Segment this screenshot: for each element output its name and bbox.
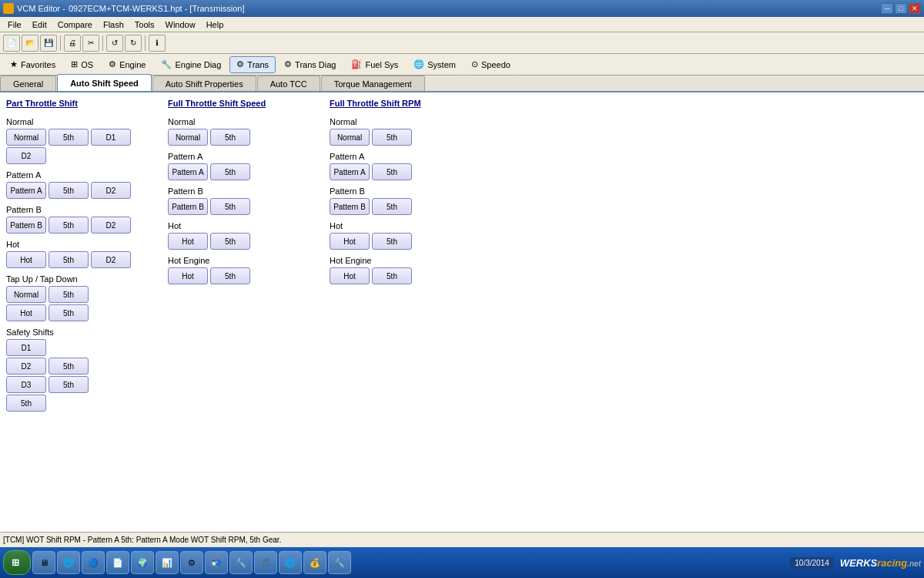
taskbar-btn-10[interactable]: 🎵 <box>254 551 277 574</box>
taskbar-btn-12[interactable]: 💰 <box>303 551 326 574</box>
col3-normal-btn[interactable]: Normal <box>330 129 370 146</box>
col1-normal-5th[interactable]: 5th <box>49 129 89 146</box>
col1-normal-d1[interactable]: D1 <box>91 129 131 146</box>
col1-tapup-normal[interactable]: Normal <box>6 286 46 303</box>
taskbar-btn-7[interactable]: ⚙ <box>180 551 203 574</box>
col1-hot-btn[interactable]: Hot <box>6 251 46 268</box>
taskbar-btn-4[interactable]: 📄 <box>106 551 129 574</box>
taskbar-btn-6[interactable]: 📊 <box>156 551 179 574</box>
col2-hot-5th[interactable]: 5th <box>210 233 250 250</box>
col2-patternb-5th[interactable]: 5th <box>210 198 250 215</box>
taskbar-btn-5[interactable]: 🌍 <box>131 551 154 574</box>
menu-item-tools[interactable]: Tools <box>130 19 159 30</box>
nav-engine-diag[interactable]: 🔧Engine Diag <box>154 56 228 73</box>
nav-icon-fuel-sys: ⛽ <box>351 59 362 69</box>
document-title: 0927ECM+TCM-WERKS1.hpt - [Transmission] <box>69 4 245 13</box>
col1-normal-btn[interactable]: Normal <box>6 129 46 146</box>
title-bar: VCM Editor - 0927ECM+TCM-WERKS1.hpt - [T… <box>0 0 924 17</box>
taskbar-btn-13[interactable]: 🔧 <box>328 551 351 574</box>
col1-patterna-btn[interactable]: Pattern A <box>6 182 46 199</box>
col2-normal-5th[interactable]: 5th <box>210 129 250 146</box>
menu-item-compare[interactable]: Compare <box>53 19 97 30</box>
taskbar-btn-2[interactable]: 🌐 <box>57 551 80 574</box>
col2-patterna-5th[interactable]: 5th <box>210 163 250 180</box>
col1-patterna-5th[interactable]: 5th <box>49 182 89 199</box>
nav-trans[interactable]: ⚙Trans <box>229 56 276 73</box>
start-button[interactable]: ⊞ <box>3 550 31 575</box>
minimize-button[interactable]: ─ <box>881 3 893 14</box>
taskbar-btn-11[interactable]: 🌐 <box>279 551 302 574</box>
col3-hot-5th[interactable]: 5th <box>372 233 412 250</box>
menu-item-edit[interactable]: Edit <box>28 19 52 30</box>
col3-hot-btn[interactable]: Hot <box>330 233 370 250</box>
nav-engine[interactable]: ⚙Engine <box>102 56 152 73</box>
nav-speedo[interactable]: ⊙Speedo <box>464 56 517 73</box>
cut-button[interactable]: ✂ <box>82 35 99 52</box>
menu-item-window[interactable]: Window <box>161 19 200 30</box>
col1-patternb-d2[interactable]: D2 <box>91 217 131 234</box>
col3-patterna-label: Pattern A <box>330 152 476 161</box>
taskbar-btn-3[interactable]: 🔵 <box>82 551 105 574</box>
col2-patterna-btn[interactable]: Pattern A <box>168 163 208 180</box>
col1-tapup-5th[interactable]: 5th <box>49 286 89 303</box>
col1-tapup-hot[interactable]: Hot <box>6 304 46 321</box>
tab-auto-shift-properties[interactable]: Auto Shift Properties <box>152 76 256 91</box>
col1-hot-5th[interactable]: 5th <box>49 251 89 268</box>
col1-safety-d2[interactable]: D2 <box>6 358 46 375</box>
close-button[interactable]: ✕ <box>909 3 921 14</box>
info-button[interactable]: ℹ <box>149 35 166 52</box>
col3-patternb-btn[interactable]: Pattern B <box>330 198 370 215</box>
tab-auto-shift-speed[interactable]: Auto Shift Speed <box>57 74 152 91</box>
tab-auto-tcc[interactable]: Auto TCC <box>257 76 320 91</box>
nav-label-engine-diag: Engine Diag <box>175 60 221 69</box>
taskbar-btn-9[interactable]: 🔧 <box>229 551 253 574</box>
col2-hot-btn[interactable]: Hot <box>168 233 208 250</box>
col2-hotengine-5th[interactable]: 5th <box>210 267 250 284</box>
nav-trans-diag[interactable]: ⚙Trans Diag <box>277 56 343 73</box>
col3-patterna-btn[interactable]: Pattern A <box>330 163 370 180</box>
save-button[interactable]: 💾 <box>40 35 57 52</box>
undo-button[interactable]: ↺ <box>106 35 123 52</box>
col3-hotengine-hot[interactable]: Hot <box>330 267 370 284</box>
col1-tapup-hot5th[interactable]: 5th <box>49 304 89 321</box>
col2-patternb-btn[interactable]: Pattern B <box>168 198 208 215</box>
col1-safety-d3[interactable]: D3 <box>6 376 46 393</box>
new-button[interactable]: 📄 <box>3 35 20 52</box>
nav-fuel-sys[interactable]: ⛽Fuel Sys <box>344 56 405 73</box>
col1-hot-d2[interactable]: D2 <box>91 251 131 268</box>
col1-patternb-btn[interactable]: Pattern B <box>6 217 46 234</box>
col1-safety-5th[interactable]: 5th <box>6 395 46 412</box>
col2-normal-btn[interactable]: Normal <box>168 129 208 146</box>
menu-item-file[interactable]: File <box>3 19 26 30</box>
taskbar-btn-1[interactable]: 🖥 <box>32 551 55 574</box>
nav-label-favorites: Favorites <box>21 60 55 69</box>
nav-system[interactable]: 🌐System <box>407 56 463 73</box>
tab-general[interactable]: General <box>0 76 56 91</box>
werks-logo: WERKSracing.net <box>840 557 921 569</box>
col1-safety-d1[interactable]: D1 <box>6 339 46 356</box>
tab-torque-management[interactable]: Torque Management <box>321 76 425 91</box>
col1-safety-d2-5th[interactable]: 5th <box>49 358 89 375</box>
maximize-button[interactable]: □ <box>895 3 907 14</box>
nav-os[interactable]: ⊞OS <box>64 56 100 73</box>
col3-patterna-5th[interactable]: 5th <box>372 163 412 180</box>
col3-normal-5th[interactable]: 5th <box>372 129 412 146</box>
tray-time: 10/3/2014 <box>795 559 829 567</box>
menu-item-flash[interactable]: Flash <box>99 19 129 30</box>
nav-favorites[interactable]: ★Favorites <box>3 56 62 73</box>
col1-normal-d2[interactable]: D2 <box>6 147 46 164</box>
col1-patternb-5th[interactable]: 5th <box>49 217 89 234</box>
menu-item-help[interactable]: Help <box>202 19 229 30</box>
col1-patterna-d2[interactable]: D2 <box>91 182 131 199</box>
open-button[interactable]: 📂 <box>22 35 38 52</box>
col3-patternb-5th[interactable]: 5th <box>372 198 412 215</box>
taskbar-btn-8[interactable]: 📬 <box>205 551 228 574</box>
col1-tapup-row2: Hot 5th <box>6 304 152 321</box>
redo-button[interactable]: ↻ <box>125 35 142 52</box>
tab-bar: GeneralAuto Shift SpeedAuto Shift Proper… <box>0 76 924 92</box>
col2-hotengine-hot[interactable]: Hot <box>168 267 208 284</box>
col1-safety-d3-5th[interactable]: 5th <box>49 376 89 393</box>
col3-hotengine-5th[interactable]: 5th <box>372 267 412 284</box>
print-button[interactable]: 🖨 <box>64 35 81 52</box>
app-icon <box>3 3 14 14</box>
